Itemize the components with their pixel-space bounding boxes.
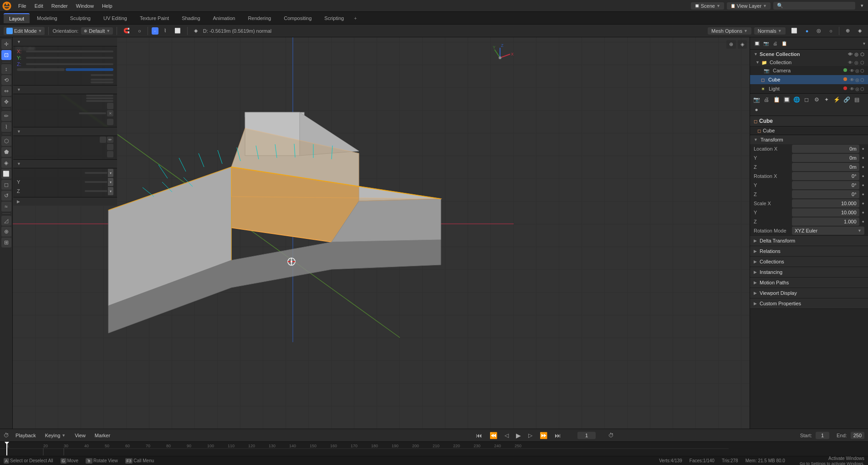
- clip-end-input[interactable]: [86, 100, 113, 102]
- lock-camera-view-checkbox[interactable]: [107, 151, 113, 157]
- tool-smooth[interactable]: ≈: [1, 202, 11, 212]
- menu-file[interactable]: File: [15, 2, 30, 10]
- collection-eye[interactable]: 👁: [848, 60, 853, 65]
- next-keyframe-btn[interactable]: ▷: [526, 431, 534, 440]
- x-ray-toggle[interactable]: ◈: [191, 27, 200, 35]
- transform-header[interactable]: ▼ Transform: [750, 135, 868, 144]
- tree-item-light[interactable]: ☀ Light 👁 ◎ ⬡: [750, 84, 868, 93]
- orientation-selector[interactable]: ⊕ Default ▼: [81, 27, 113, 35]
- cube-select[interactable]: ◎: [855, 77, 859, 82]
- menu-render[interactable]: Render: [48, 2, 71, 10]
- wireframe-shading[interactable]: ⬜: [788, 27, 800, 35]
- tool-spin[interactable]: ↺: [1, 191, 11, 201]
- tab-sculpting[interactable]: Sculpting: [65, 14, 96, 23]
- viewport-scene[interactable]: X Y Z: [13, 37, 750, 429]
- prev-frame-btn[interactable]: ⏪: [488, 431, 499, 440]
- view-section-header[interactable]: ▼: [13, 85, 117, 94]
- prev-keyframe-btn[interactable]: ◁: [503, 431, 511, 440]
- scale-z-anim[interactable]: ●: [862, 219, 864, 224]
- mesh-options-button[interactable]: Mesh Options ▼: [708, 27, 751, 35]
- focal-length-input[interactable]: [86, 95, 113, 96]
- prop-icon-constraints[interactable]: 🔗: [842, 95, 851, 104]
- scene-selector[interactable]: 🔲 Scene ▼: [691, 2, 724, 10]
- tool-bevel[interactable]: ◈: [1, 158, 11, 168]
- next-frame-btn[interactable]: ⏩: [538, 431, 549, 440]
- scale-y-anim[interactable]: ●: [862, 210, 864, 215]
- lock-to-object-checkbox[interactable]: [100, 136, 106, 143]
- tool-transform[interactable]: ✥: [1, 97, 11, 107]
- global-btn[interactable]: [17, 68, 65, 71]
- cursor-y-input[interactable]: [85, 181, 107, 183]
- end-frame-input[interactable]: 250: [851, 432, 864, 439]
- render-properties-icon[interactable]: 📷: [762, 39, 770, 47]
- viewport-display-header[interactable]: ▶ Viewport Display: [750, 288, 868, 298]
- prop-icon-modifier[interactable]: ⚙: [812, 95, 821, 104]
- prop-icon-output[interactable]: 🖨: [762, 95, 771, 104]
- camera-lock-header[interactable]: ▼: [13, 127, 117, 136]
- collection-select[interactable]: ◎: [854, 60, 858, 65]
- clip-start-input[interactable]: [86, 97, 113, 99]
- timeline-track[interactable]: 1 20 30 40 50 60 70 80 90 100 110 120 13…: [0, 442, 868, 456]
- current-frame-display[interactable]: 1: [577, 432, 596, 439]
- rotation-x-value[interactable]: 0°: [792, 172, 859, 180]
- cursor-z-arrow[interactable]: ▼: [108, 187, 113, 195]
- relations-header[interactable]: ▶ Relations: [750, 246, 868, 256]
- edges-bevel-input[interactable]: [91, 79, 113, 81]
- rotation-y-value[interactable]: 0°: [792, 181, 859, 189]
- custom-properties-header[interactable]: ▶ Custom Properties: [750, 298, 868, 308]
- tab-scripting[interactable]: Scripting: [319, 14, 349, 23]
- overlay-toggle[interactable]: ◈: [855, 27, 864, 35]
- prop-icon-material[interactable]: ●: [752, 105, 761, 114]
- prop-icon-object[interactable]: ◻: [802, 95, 811, 104]
- start-frame-input[interactable]: 1: [816, 432, 829, 439]
- item-transform-header[interactable]: ▼: [13, 38, 117, 46]
- tab-animation[interactable]: Animation: [208, 14, 241, 23]
- tool-move[interactable]: ↕: [1, 64, 11, 74]
- camera-select[interactable]: ◎: [855, 68, 859, 73]
- tool-shear[interactable]: ◿: [1, 216, 11, 226]
- tool-rotate[interactable]: ⟲: [1, 75, 11, 85]
- collections-header[interactable]: ▶ Collections: [750, 257, 868, 267]
- activate-windows[interactable]: Activate WindowsGo to Settings to activa…: [800, 456, 864, 465]
- viewport-gizmo-btn[interactable]: ⊕: [726, 40, 736, 49]
- cube-eye[interactable]: 👁: [850, 77, 854, 82]
- cursor-3d-header[interactable]: ▼: [13, 159, 117, 168]
- rot-z-anim[interactable]: ●: [862, 192, 864, 197]
- timecode-icon[interactable]: ⏱: [607, 431, 616, 440]
- solid-shading[interactable]: ●: [803, 27, 812, 35]
- search-button[interactable]: 🔍: [773, 2, 855, 10]
- light-eye[interactable]: 👁: [850, 86, 854, 91]
- local-camera-clear[interactable]: ✕: [107, 110, 113, 116]
- tool-extrude[interactable]: ⬡: [1, 136, 11, 146]
- cursor-x-input[interactable]: [85, 172, 107, 174]
- camera-hide[interactable]: ⬡: [860, 68, 864, 73]
- material-shading[interactable]: ◎: [814, 27, 824, 35]
- location-x-value[interactable]: 0m: [792, 145, 859, 153]
- keying-menu[interactable]: Keying ▼: [42, 432, 69, 439]
- mean-bevel-input[interactable]: [91, 74, 113, 76]
- view-menu[interactable]: View: [72, 432, 88, 439]
- tool-inset[interactable]: ⬟: [1, 147, 11, 157]
- scale-z-value[interactable]: 1.000: [792, 217, 859, 226]
- tree-item-camera[interactable]: 📷 Camera 👁 ◎ ⬡: [750, 66, 868, 75]
- tab-modeling[interactable]: Modeling: [31, 14, 63, 23]
- gizmo-toggle[interactable]: ⊕: [843, 27, 853, 35]
- rot-x-anim[interactable]: ●: [862, 174, 864, 178]
- rot-y-anim[interactable]: ●: [862, 183, 864, 187]
- lock-3d-cursor-checkbox[interactable]: [107, 144, 113, 150]
- view-layer-properties-icon[interactable]: 📋: [780, 39, 788, 47]
- output-properties-icon[interactable]: 🖨: [771, 39, 779, 47]
- render-shading[interactable]: ○: [827, 27, 835, 35]
- tab-shading[interactable]: Shading: [176, 14, 205, 23]
- tree-item-cube[interactable]: ◻ Cube 👁 ◎ ⬡: [750, 75, 868, 84]
- cursor-z-input[interactable]: [85, 190, 107, 192]
- light-hide[interactable]: ⬡: [860, 86, 864, 91]
- loc-y-anim[interactable]: ●: [862, 156, 864, 160]
- jump-end-btn[interactable]: ⏭: [553, 431, 563, 440]
- motion-paths-header[interactable]: ▶ Motion Paths: [750, 278, 868, 288]
- lock-to-object-picker[interactable]: ✏: [107, 136, 113, 143]
- tab-layout[interactable]: Layout: [4, 13, 30, 23]
- tool-loop-cut[interactable]: ⬜: [1, 169, 11, 179]
- location-z-value[interactable]: 0m: [792, 163, 859, 171]
- delta-transform-header[interactable]: ▶ Delta Transform: [750, 236, 868, 246]
